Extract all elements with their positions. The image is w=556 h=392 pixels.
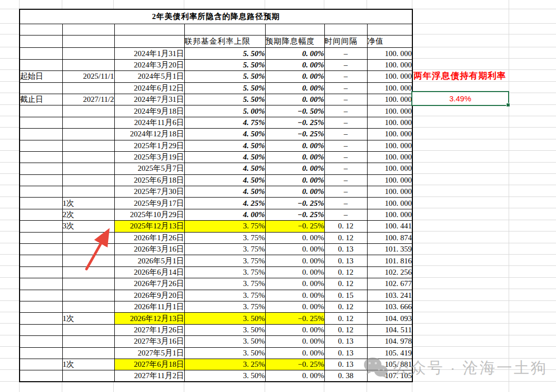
cell-d[interactable]: 2024年6月12日 xyxy=(114,82,184,94)
cell-h[interactable]: 100. 874 xyxy=(367,232,412,243)
cell-c[interactable] xyxy=(62,59,114,70)
cell-d[interactable]: 2024年1月31日 xyxy=(114,48,184,59)
cell-c[interactable] xyxy=(62,278,114,290)
column-header-rate[interactable]: 联邦基金利率上限 xyxy=(184,35,265,48)
cell-f[interactable]: 0. 00% xyxy=(265,82,324,94)
cell-b[interactable] xyxy=(20,324,62,335)
cell-f[interactable]: 0. 00% xyxy=(265,266,324,278)
cell-g[interactable]: 0. 12 xyxy=(324,313,367,324)
cell-d[interactable]: 2027年1月26日 xyxy=(114,324,184,335)
cell-f[interactable]: 0. 00% xyxy=(265,163,324,174)
cell-f[interactable]: −0. 25% xyxy=(265,313,324,324)
cell-g[interactable]: – xyxy=(324,105,367,117)
cell-g[interactable]: – xyxy=(324,140,367,151)
cell-f[interactable]: −0. 25% xyxy=(265,198,324,209)
cell-h[interactable]: 100. 000 xyxy=(367,151,412,163)
cell-h[interactable]: 100. 000 xyxy=(367,209,412,220)
cell-e[interactable]: 3. 75% xyxy=(184,278,265,290)
cell-c[interactable] xyxy=(62,290,114,301)
cell-f[interactable]: −0. 25% xyxy=(265,359,324,370)
cell-d[interactable]: 2026年11月1日 xyxy=(114,301,184,312)
cell-b[interactable] xyxy=(20,48,62,59)
cell-c[interactable] xyxy=(62,174,114,186)
cell-f[interactable]: 0. 00% xyxy=(265,324,324,335)
cell-g[interactable]: 0. 38 xyxy=(324,370,367,382)
empty-cell[interactable] xyxy=(114,24,184,35)
cell-b[interactable] xyxy=(20,82,62,94)
cell-h[interactable]: 100. 441 xyxy=(367,221,412,232)
column-header-gap[interactable]: 时间间隔 xyxy=(324,35,367,48)
cell-d[interactable]: 2026年7月26日 xyxy=(114,278,184,290)
cell-e[interactable]: 3. 50% xyxy=(184,347,265,359)
cell-c[interactable]: 1次 xyxy=(62,313,114,324)
cell-c[interactable]: 2次 xyxy=(62,209,114,220)
cell-b[interactable]: 起始日 xyxy=(20,71,62,82)
column-header-nav[interactable]: 净值 xyxy=(367,35,412,48)
cell-f[interactable]: 0. 00% xyxy=(265,94,324,105)
cell-d[interactable]: 2027年5月1日 xyxy=(114,347,184,359)
cell-g[interactable]: – xyxy=(324,151,367,163)
cell-d[interactable]: 2026年9月20日 xyxy=(114,290,184,301)
cell-f[interactable]: −0. 25% xyxy=(265,209,324,220)
cell-f[interactable]: 0. 00% xyxy=(265,301,324,312)
cell-h[interactable]: 100. 000 xyxy=(367,174,412,186)
cell-d[interactable]: 2026年6月14日 xyxy=(114,266,184,278)
cell-d[interactable]: 2025年6月18日 xyxy=(114,174,184,186)
cell-c[interactable]: 1次 xyxy=(62,359,114,370)
cell-b[interactable] xyxy=(20,186,62,198)
empty-cell[interactable] xyxy=(62,35,114,48)
empty-cell[interactable] xyxy=(367,24,412,35)
cell-e[interactable]: 4. 50% xyxy=(184,163,265,174)
cell-f[interactable]: −0. 25% xyxy=(265,129,324,140)
table-title[interactable]: 2年美债利率所隐含的降息路径预期 xyxy=(20,9,412,24)
cell-b[interactable] xyxy=(20,140,62,151)
cell-b[interactable] xyxy=(20,232,62,243)
cell-d[interactable]: 2024年5月1日 xyxy=(114,71,184,82)
cell-f[interactable]: −0. 25% xyxy=(265,117,324,128)
cell-f[interactable]: 0. 00% xyxy=(265,151,324,163)
cell-c[interactable] xyxy=(62,48,114,59)
cell-d[interactable]: 2026年1月26日 xyxy=(114,232,184,243)
cell-b[interactable] xyxy=(20,313,62,324)
cell-h[interactable]: 102. 677 xyxy=(367,278,412,290)
cell-b[interactable]: 截止日 xyxy=(20,94,62,105)
cell-b[interactable] xyxy=(20,290,62,301)
empty-cell[interactable] xyxy=(265,24,324,35)
cell-d[interactable]: 2024年12月18日 xyxy=(114,129,184,140)
cell-e[interactable]: 3. 75% xyxy=(184,221,265,232)
cell-e[interactable]: 3. 50% xyxy=(184,370,265,382)
cell-b[interactable] xyxy=(20,347,62,359)
cell-h[interactable]: 100. 000 xyxy=(367,94,412,105)
cell-g[interactable]: 0. 12 xyxy=(324,301,367,312)
cell-e[interactable]: 3. 75% xyxy=(184,232,265,243)
cell-d[interactable]: 2026年12月13日 xyxy=(114,313,184,324)
cell-f[interactable]: 0. 00% xyxy=(265,244,324,255)
cell-d[interactable]: 2026年5月1日 xyxy=(114,255,184,266)
cell-g[interactable]: 0. 13 xyxy=(324,347,367,359)
cell-f[interactable]: 0. 00% xyxy=(265,347,324,359)
cell-g[interactable]: 0. 15 xyxy=(324,290,367,301)
cell-e[interactable]: 4. 50% xyxy=(184,174,265,186)
cell-h[interactable]: 100. 000 xyxy=(367,129,412,140)
cell-h[interactable]: 100. 000 xyxy=(367,82,412,94)
cell-d[interactable]: 2024年7月31日 xyxy=(114,94,184,105)
cell-c[interactable]: 2025/11/1 xyxy=(62,71,114,82)
cell-c[interactable] xyxy=(62,370,114,382)
cell-f[interactable]: −0. 25% xyxy=(265,221,324,232)
cell-g[interactable]: 0. 12 xyxy=(324,278,367,290)
cell-c[interactable] xyxy=(62,347,114,359)
cell-c[interactable] xyxy=(62,129,114,140)
cell-c[interactable] xyxy=(62,117,114,128)
cell-f[interactable]: 0. 00% xyxy=(265,59,324,70)
cell-b[interactable] xyxy=(20,370,62,382)
empty-cell[interactable] xyxy=(20,35,62,48)
cell-c[interactable]: 1次 xyxy=(62,198,114,209)
cell-h[interactable]: 104. 978 xyxy=(367,336,412,347)
cell-f[interactable]: 0. 00% xyxy=(265,232,324,243)
cell-b[interactable] xyxy=(20,105,62,117)
cell-b[interactable] xyxy=(20,209,62,220)
cell-e[interactable]: 3. 75% xyxy=(184,266,265,278)
cell-g[interactable]: – xyxy=(324,94,367,105)
cell-b[interactable] xyxy=(20,198,62,209)
cell-g[interactable]: 0. 12 xyxy=(324,232,367,243)
